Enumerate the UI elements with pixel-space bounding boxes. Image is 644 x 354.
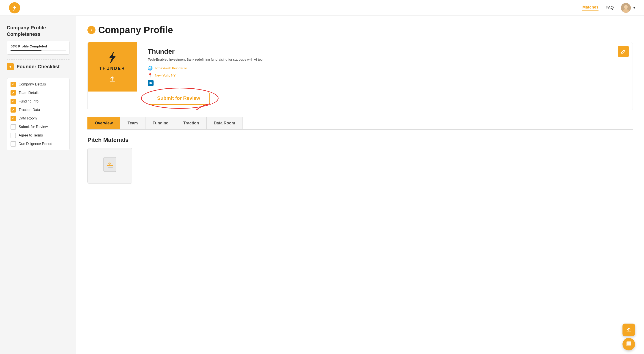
- checkbox-checked-traction-data[interactable]: [10, 107, 16, 113]
- submit-review-wrapper: Submit for Review: [148, 92, 210, 105]
- sidebar-completeness-title: Company Profile Completeness: [7, 25, 70, 37]
- tab-team[interactable]: Team: [120, 117, 145, 129]
- header: Matches FAQ ▾: [0, 0, 644, 16]
- checkbox-checked-team-details[interactable]: [10, 90, 16, 96]
- checklist-items: Company Details Team Details Funding Inf…: [7, 78, 70, 150]
- pitch-materials-section: Pitch Materials: [88, 137, 633, 184]
- tab-funding[interactable]: Funding: [145, 117, 176, 129]
- checklist-label-submit-review: Submit for Review: [18, 125, 48, 129]
- list-item: Agree to Terms: [10, 133, 66, 138]
- float-chat-button[interactable]: [622, 338, 635, 351]
- nav-faq[interactable]: FAQ: [606, 5, 614, 10]
- checklist-label-data-room: Data Room: [18, 116, 37, 120]
- svg-marker-4: [109, 52, 116, 64]
- checklist-label-company-details: Company Details: [18, 82, 46, 86]
- sidebar: Company Profile Completeness 56% Profile…: [0, 16, 76, 354]
- checklist-label-agree-terms: Agree to Terms: [18, 133, 43, 137]
- logo-upload-button[interactable]: [108, 75, 116, 83]
- page-header: ‹ Company Profile: [88, 25, 633, 35]
- float-upload-button[interactable]: [622, 324, 635, 336]
- progress-bar-container: 56% Profile Completed: [7, 41, 70, 55]
- checklist-label-team-details: Team Details: [18, 91, 39, 95]
- linkedin-icon[interactable]: in: [148, 80, 154, 86]
- website-link[interactable]: https://web.thunder.vc: [155, 66, 188, 70]
- company-logo-container: THUNDER: [88, 42, 137, 92]
- back-button[interactable]: ‹: [88, 26, 96, 34]
- company-meta: 🌐 https://web.thunder.vc 📍 New York, NY …: [148, 66, 627, 86]
- checkbox-unchecked-due-diligence[interactable]: [10, 141, 16, 147]
- nav-matches[interactable]: Matches: [582, 5, 598, 10]
- checklist-title: Founder Checklist: [16, 64, 60, 70]
- checklist-label-due-diligence: Due Diligence Period: [18, 142, 52, 146]
- location-icon: 📍: [148, 73, 153, 78]
- edit-button[interactable]: [618, 46, 629, 57]
- progress-bar-fill: [10, 50, 42, 51]
- tab-traction[interactable]: Traction: [176, 117, 206, 129]
- checkbox-unchecked-agree-terms[interactable]: [10, 133, 16, 138]
- company-website: 🌐 https://web.thunder.vc: [148, 66, 627, 71]
- globe-icon: 🌐: [148, 66, 153, 71]
- progress-bar-track: [10, 50, 66, 51]
- submit-for-review-button[interactable]: Submit for Review: [148, 92, 210, 105]
- header-nav: Matches FAQ ▾: [582, 3, 635, 13]
- divider-2: [7, 74, 70, 74]
- company-linkedin: in: [148, 80, 627, 86]
- app-logo[interactable]: [9, 2, 20, 13]
- list-item: Submit for Review: [10, 124, 66, 130]
- company-logo: THUNDER: [99, 51, 125, 83]
- tab-overview[interactable]: Overview: [88, 117, 120, 129]
- company-info: Thunder Tech-Enabled Investment Bank red…: [142, 42, 632, 110]
- document-icon: [103, 157, 117, 175]
- checklist-label-funding-info: Funding Info: [18, 99, 38, 103]
- list-item: Funding Info: [10, 99, 66, 104]
- company-location: 📍 New York, NY: [148, 73, 627, 78]
- svg-point-2: [624, 5, 628, 9]
- avatar[interactable]: [621, 3, 631, 13]
- progress-bar-label: 56% Profile Completed: [10, 44, 66, 48]
- list-item: Data Room: [10, 116, 66, 121]
- pitch-materials-title: Pitch Materials: [88, 137, 633, 144]
- main-layout: Company Profile Completeness 56% Profile…: [0, 16, 644, 354]
- list-item: Team Details: [10, 90, 66, 96]
- list-item: Traction Data: [10, 107, 66, 113]
- tab-data-room[interactable]: Data Room: [206, 117, 242, 129]
- checklist-header: ▾ Founder Checklist: [7, 63, 70, 70]
- company-name: Thunder: [148, 48, 627, 55]
- location-text: New York, NY: [155, 73, 176, 77]
- checkbox-unchecked-submit-review[interactable]: [10, 124, 16, 130]
- svg-marker-0: [13, 5, 16, 11]
- checklist-label-traction-data: Traction Data: [18, 108, 40, 112]
- company-logo-text: THUNDER: [99, 66, 125, 71]
- checkbox-checked-funding-info[interactable]: [10, 99, 16, 104]
- user-dropdown-toggle[interactable]: ▾: [634, 6, 635, 10]
- list-item: Company Details: [10, 82, 66, 87]
- checklist-toggle[interactable]: ▾: [7, 63, 14, 70]
- checkbox-checked-company-details[interactable]: [10, 82, 16, 87]
- divider-1: [7, 59, 70, 59]
- company-description: Tech-Enabled Investment Bank redefining …: [148, 57, 282, 62]
- checkbox-checked-data-room[interactable]: [10, 116, 16, 121]
- content-area: ‹ Company Profile THUNDER: [76, 16, 644, 354]
- company-card: THUNDER Thunder Tech-Enabled Investment …: [88, 42, 633, 110]
- tabs-container: Overview Team Funding Traction Data Room: [88, 117, 633, 130]
- page-title: Company Profile: [98, 25, 173, 35]
- list-item: Due Diligence Period: [10, 141, 66, 147]
- pitch-card[interactable]: [88, 148, 132, 184]
